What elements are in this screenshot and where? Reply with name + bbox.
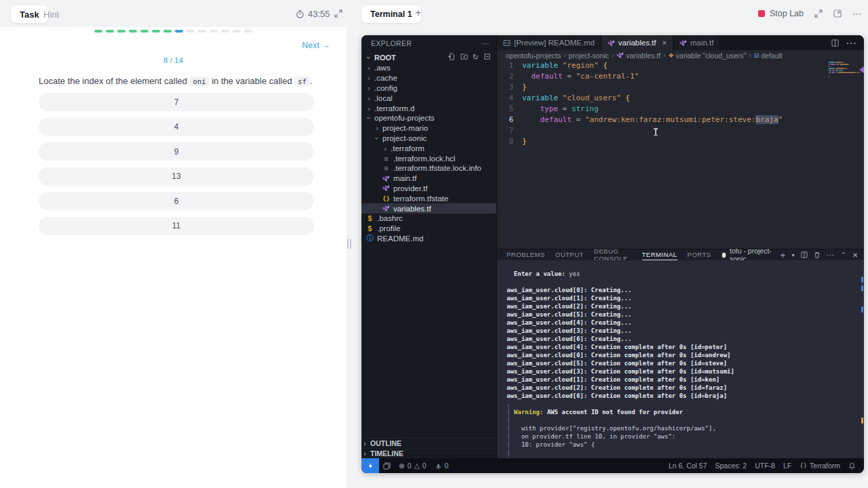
tree-item-main.tf[interactable]: main.tf [361,174,496,184]
cursor-position[interactable]: Ln 6, Col 57 [665,458,711,473]
option-4[interactable]: 4 [39,118,314,136]
code-line-6[interactable]: 6 default = "andrew:ken:faraz:mutsumi:pe… [497,115,864,125]
code-editor[interactable]: 1variable "region" {2 default = "ca-cent… [497,60,864,249]
terminal-line: │ [507,449,864,457]
next-button[interactable]: Next → [302,41,330,50]
option-9[interactable]: 9 [39,142,314,161]
more-options-icon[interactable]: ⋯ [852,8,863,19]
option-11[interactable]: 11 [39,217,314,235]
tab-hint[interactable]: Hint [43,9,59,20]
problems-indicator[interactable]: ⊗ 0 △ 0 [395,458,431,473]
tree-item-label: project-mario [382,124,428,132]
breadcrumb-item[interactable]: project-sonic [568,52,609,60]
breadcrumb-item[interactable]: opentofu-projects [506,52,561,60]
tree-item-terraform.tfstate[interactable]: {}terraform.tfstate [361,193,496,203]
notifications-bell-icon[interactable] [844,458,860,473]
tree-item-.terraform.lock.hcl[interactable]: ≡.terraform.lock.hcl [361,153,496,163]
panel-tab-ports[interactable]: PORTS [688,249,711,260]
tab-variables-tf[interactable]: variables.tf × [601,35,673,50]
tree-item-opentofu-projects[interactable]: ›opentofu-projects [361,113,496,123]
close-tab-icon[interactable]: × [662,39,666,47]
code-line-content: } [522,136,527,147]
close-panel-icon[interactable]: ✕ [852,251,859,259]
tree-item-.aws[interactable]: ›.aws [361,63,496,73]
terraform-icon [382,205,391,212]
remote-indicator[interactable] [361,458,379,473]
editor-more-icon[interactable]: ⋯ [846,37,857,49]
breadcrumb-item[interactable]: variables.tf [616,52,660,60]
breadcrumb-item[interactable]: ⊟default [754,52,783,60]
tree-item-.terraform.tfstate.lock.info[interactable]: ≡.terraform.tfstate.lock.info [361,163,496,174]
panel-resize-handle[interactable] [347,239,352,249]
explorer-more-icon[interactable]: ⋯ [482,39,490,47]
new-folder-icon[interactable] [460,53,468,62]
tree-item-.profile[interactable]: $.profile [361,224,496,234]
tree-item-variables.tf[interactable]: variables.tf [361,203,496,214]
maximize-panel-icon[interactable]: ⌃ [841,251,846,258]
panel-tab-debug-console[interactable]: DEBUG CONSOLE [594,249,632,260]
terminal-line: │ 10: provider "aws" { [507,441,864,449]
tab-main-tf[interactable]: main.tf [673,35,721,50]
tab-terminal-1[interactable]: Terminal 1 [361,5,421,23]
new-terminal-icon[interactable]: + [780,250,785,260]
code-line-4[interactable]: 4variable "cloud_users" { [497,93,864,104]
ports-indicator[interactable]: 0 [431,458,453,473]
panel-tab-problems[interactable]: PROBLEMS [507,249,545,260]
tree-item-README.md[interactable]: ⓘREADME.md [361,234,496,244]
option-13[interactable]: 13 [39,167,314,186]
tree-item-.config[interactable]: ›.config [361,83,496,94]
tree-item-.terraform[interactable]: ›.terraform [361,143,496,153]
code-line-7[interactable]: 7 [497,125,864,136]
tree-item-.cache[interactable]: ›.cache [361,73,496,83]
tree-item-project-mario[interactable]: ›project-mario [361,123,496,134]
terminal[interactable]: Enter a value: yes aws_iam_user.cloud[0]… [497,260,864,458]
breadcrumb-item[interactable]: ❖variable "cloud_users" [668,52,746,60]
stop-lab-button[interactable]: Stop Lab [758,9,804,18]
tree-item-label: .local [374,94,393,102]
tree-item-.local[interactable]: ›.local [361,93,496,103]
fullscreen-icon[interactable] [814,9,823,18]
editor-tab-bar: [Preview] README.md variables.tf × main.… [497,35,864,50]
panel-tab-output[interactable]: OUTPUT [555,249,584,260]
collapse-folders-icon[interactable] [484,53,491,62]
eol-sequence[interactable]: LF [779,458,795,473]
tree-item-.terraform.d[interactable]: ›.terraform.d [361,103,496,113]
split-terminal-icon[interactable] [801,251,808,258]
language-mode[interactable]: {} Terraform [795,458,844,473]
kill-terminal-icon[interactable] [814,251,821,258]
tab-readme-preview[interactable]: [Preview] README.md [497,35,601,50]
breadcrumb-separator: › [612,52,614,59]
progress-dash [244,30,252,33]
terminal-dropdown-icon[interactable]: ▾ [792,252,795,258]
tree-item-provider.tf[interactable]: provider.tf [361,184,496,194]
panel-tab-terminal[interactable]: TERMINAL [642,249,677,260]
chevron-right-icon: › [366,94,372,102]
tree-item-project-sonic[interactable]: ›project-sonic [361,134,496,144]
timeline-section[interactable]: › TIMELINE [361,448,496,458]
code-line-1[interactable]: 1variable "region" { [497,60,864,71]
code-line-3[interactable]: 3} [497,82,864,93]
code-line-5[interactable]: 5 type = string [497,104,864,115]
feedback-icon[interactable] [379,458,395,473]
new-file-icon[interactable] [448,53,456,62]
explorer-root-folder[interactable]: › ROOT ↻ [361,52,496,63]
option-7[interactable]: 7 [39,93,314,111]
tab-task[interactable]: Task [11,5,48,23]
code-line-8[interactable]: 8} [497,136,864,147]
progress-dash [175,30,183,33]
add-terminal-tab-button[interactable]: + [415,7,421,19]
outline-section[interactable]: › OUTLINE [361,438,496,448]
terraform-icon [616,52,624,59]
open-external-icon[interactable] [833,9,842,18]
code-line-2[interactable]: 2 default = "ca-central-1" [497,71,864,82]
panel-more-icon[interactable]: ⋯ [827,251,835,260]
tree-item-.bashrc[interactable]: $.bashrc [361,214,496,224]
minimap[interactable] [829,62,860,78]
indentation[interactable]: Spaces: 2 [711,458,751,473]
expand-panel-icon[interactable] [334,9,342,18]
refresh-icon[interactable]: ↻ [473,53,479,62]
split-editor-icon[interactable] [831,39,839,47]
progress-dash [221,30,229,33]
option-6[interactable]: 6 [39,192,314,210]
encoding[interactable]: UTF-8 [751,458,779,473]
